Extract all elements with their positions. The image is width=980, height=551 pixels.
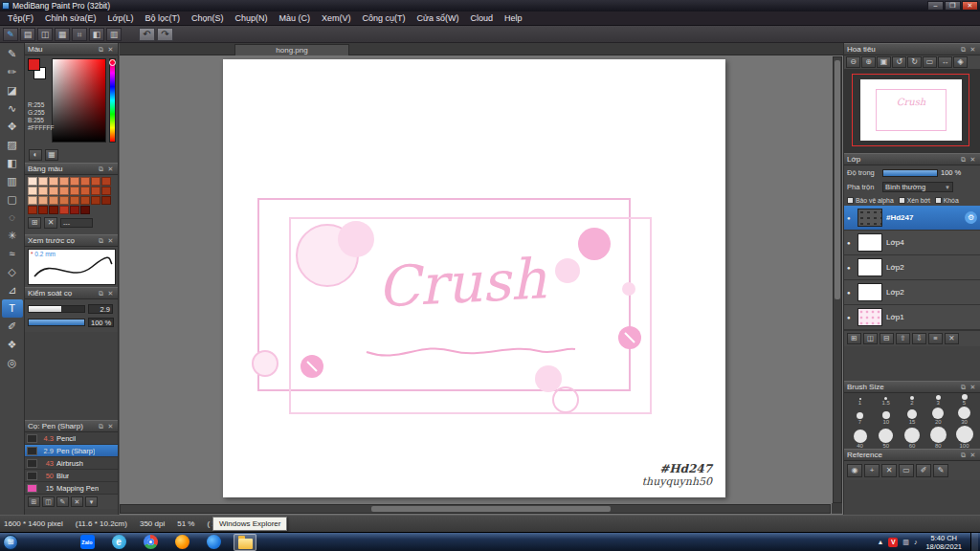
close-button[interactable]: ✕	[962, 1, 978, 11]
brush-size-preset[interactable]: 50	[874, 426, 898, 450]
palette-swatch[interactable]	[49, 187, 58, 195]
panel-float-icon[interactable]: ⧉	[97, 236, 105, 245]
reference-eyedropper-icon[interactable]: ✐	[916, 464, 931, 477]
brush-panel-icon[interactable]: ▤	[20, 28, 35, 41]
foreground-color-swatch[interactable]	[28, 58, 40, 71]
opacity-slider[interactable]	[882, 169, 938, 177]
palette-swatch[interactable]	[91, 187, 100, 195]
palette-swatch[interactable]	[38, 187, 48, 195]
rotate-right-icon[interactable]: ↻	[907, 56, 922, 68]
palette-swatch[interactable]	[28, 177, 37, 186]
hand-tool[interactable]: ❖	[2, 336, 23, 354]
vertical-scrollbar[interactable]	[833, 56, 842, 503]
brush-list-item[interactable]: 15 Mapping Pen	[25, 482, 118, 495]
palette-swatch[interactable]	[28, 196, 37, 205]
panel-close-icon[interactable]: ✕	[106, 422, 115, 430]
text-tool[interactable]: T	[2, 299, 23, 318]
palette-swatch[interactable]	[101, 196, 111, 205]
document-tab[interactable]: hong.png	[234, 44, 349, 55]
palette-swatch[interactable]	[59, 206, 69, 214]
duplicate-layer-icon[interactable]: ◫	[863, 333, 878, 344]
brush-opacity-slider[interactable]	[28, 319, 85, 326]
layer-row[interactable]: ● Lớp2 ⚙	[844, 280, 980, 305]
palette-swatch[interactable]	[80, 196, 90, 205]
brush-menu-icon[interactable]: ▾	[85, 496, 98, 507]
frame-icon[interactable]: ▭	[899, 464, 914, 477]
duplicate-brush-icon[interactable]: ◫	[42, 496, 55, 507]
add-reference-icon[interactable]: +	[864, 464, 880, 477]
delete-brush-icon[interactable]: ✕	[71, 496, 83, 507]
panel-float-icon[interactable]: ⧉	[97, 289, 105, 298]
brush-size-preset[interactable]: 80	[926, 426, 950, 450]
horizontal-scroll-thumb[interactable]	[371, 506, 611, 512]
magic-wand-tool[interactable]: ✳	[2, 227, 23, 245]
transparent-color-icon[interactable]: ▦	[45, 149, 58, 161]
pen-tool[interactable]: ✎	[2, 45, 23, 63]
layer-visibility-icon[interactable]: ●	[847, 290, 854, 296]
palette-swatch[interactable]	[59, 196, 69, 205]
layer-visibility-icon[interactable]: ●	[847, 215, 854, 221]
add-layer-icon[interactable]: ⊞	[847, 333, 861, 344]
merge-layer-icon[interactable]: ≡	[928, 333, 943, 344]
show-desktop-button[interactable]	[970, 533, 978, 551]
palette-swatch[interactable]	[70, 177, 79, 186]
close-reference-icon[interactable]: ✕	[881, 464, 897, 477]
edit-brush-icon[interactable]: ✎	[56, 496, 69, 507]
duplicate-icon[interactable]: ◫	[37, 28, 53, 41]
menu-item[interactable]: Cloud	[465, 11, 500, 25]
brush-size-preset[interactable]: 15	[901, 407, 924, 426]
menu-item[interactable]: Xem(V)	[316, 11, 357, 25]
flip-view-icon[interactable]: ↔	[938, 56, 952, 68]
brush-size-preset[interactable]: 5	[952, 394, 976, 407]
panel-float-icon[interactable]: ⧉	[959, 383, 968, 391]
smudge-tool[interactable]: ∿	[2, 99, 23, 118]
panel-close-icon[interactable]: ✕	[106, 236, 115, 245]
spin-view-icon[interactable]: ◈	[953, 56, 968, 68]
brush-size-preset[interactable]: 1	[848, 394, 872, 407]
palette-swatch[interactable]	[91, 196, 100, 205]
rotate-left-icon[interactable]: ↺	[892, 56, 906, 68]
palette-swatch[interactable]	[80, 187, 90, 195]
reset-view-icon[interactable]: ▭	[923, 56, 937, 68]
palette-swatch[interactable]	[91, 177, 100, 186]
palette-swatch[interactable]	[49, 206, 58, 214]
palette-swatch[interactable]	[70, 187, 79, 195]
palette-swatch[interactable]	[101, 177, 111, 186]
layer-row[interactable]: ● Lớp2 ⚙	[844, 255, 980, 280]
palette-swatch[interactable]	[49, 196, 58, 205]
maximize-button[interactable]: ❐	[945, 1, 961, 11]
palette-swatch[interactable]	[101, 187, 111, 195]
palette-swatch[interactable]	[80, 177, 90, 186]
divide-tool[interactable]: ⊿	[2, 281, 23, 299]
canvas-workspace[interactable]: hong.png	[120, 43, 843, 515]
unikey-icon[interactable]: V	[888, 538, 898, 547]
brush-size-preset[interactable]: 100	[952, 426, 976, 450]
panel-close-icon[interactable]: ✕	[969, 45, 977, 54]
snap-icon[interactable]: ⌗	[72, 28, 87, 41]
tray-expand-icon[interactable]: ▲	[877, 539, 883, 545]
layer-option-checkbox[interactable]: Bảo vệ alpha	[847, 197, 894, 204]
curve-tool[interactable]: ≈	[2, 245, 23, 263]
panel-float-icon[interactable]: ⧉	[959, 155, 968, 164]
layer-folder-icon[interactable]: ⊟	[880, 333, 894, 344]
panel-float-icon[interactable]: ⧉	[959, 451, 968, 459]
blend-mode-select[interactable]: Bình thường ▼	[882, 182, 953, 192]
menu-item[interactable]: Cửa sổ(W)	[412, 11, 465, 25]
brush-list-item[interactable]: 2.9 Pen (Sharp)	[25, 445, 118, 457]
brush-size-preset[interactable]: 1.5	[874, 394, 898, 407]
add-palette-color-icon[interactable]: ⊞	[28, 217, 41, 229]
hue-marker[interactable]	[109, 59, 116, 66]
menu-item[interactable]: Bộ lọc(T)	[139, 11, 186, 25]
brush-opacity-value[interactable]: 100 %	[88, 318, 114, 327]
panel-close-icon[interactable]: ✕	[106, 289, 115, 298]
menu-item[interactable]: Chỉnh sửa(E)	[39, 11, 102, 25]
layer-row[interactable]: ● Lớp1 ⚙	[844, 305, 980, 330]
palette-swatch[interactable]	[28, 187, 37, 195]
color-wheel-icon[interactable]: ◐	[29, 149, 42, 161]
panel-float-icon[interactable]: ⧉	[959, 45, 968, 54]
menu-item[interactable]: Chụp(N)	[230, 11, 274, 25]
network-icon[interactable]: ▥	[902, 539, 909, 546]
panel-float-icon[interactable]: ⧉	[97, 422, 105, 430]
hue-slider[interactable]	[109, 58, 116, 143]
volume-icon[interactable]: ♪	[914, 539, 918, 545]
